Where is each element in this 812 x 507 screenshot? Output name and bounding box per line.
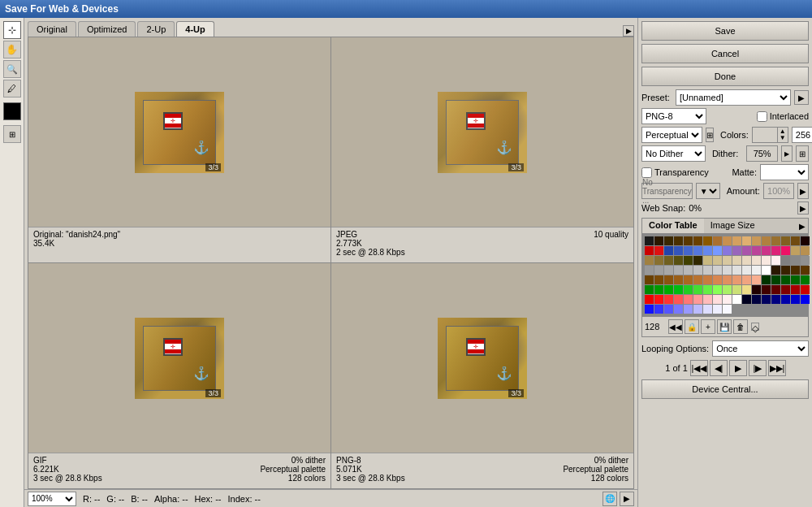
colors-spinner[interactable]: ▲ ▼ [752, 127, 788, 143]
color-swatch[interactable] [3, 102, 21, 120]
transparency-checkbox[interactable] [641, 167, 652, 178]
color-cell[interactable] [771, 266, 780, 275]
color-cell[interactable] [674, 256, 683, 265]
preset-select[interactable]: [Unnamed] [676, 89, 791, 106]
color-cell[interactable] [703, 266, 712, 275]
color-cell[interactable] [703, 295, 712, 304]
color-cell[interactable] [713, 295, 722, 304]
select-tool-button[interactable]: ⊹ [3, 21, 21, 39]
color-cell[interactable] [801, 266, 810, 275]
ct-prev-button[interactable]: ◀◀ [668, 319, 683, 334]
hand-tool-button[interactable]: ✋ [3, 41, 21, 58]
color-cell[interactable] [732, 256, 741, 265]
color-cell[interactable] [752, 275, 761, 284]
color-cell[interactable] [703, 256, 712, 265]
color-cell[interactable] [723, 246, 732, 255]
color-cell[interactable] [664, 275, 673, 284]
color-cell[interactable] [723, 275, 732, 284]
color-cell[interactable] [684, 266, 693, 275]
color-cell[interactable] [674, 285, 683, 294]
play-last-button[interactable]: ▶▶| [768, 360, 786, 376]
ct-delete-button[interactable]: 🗑 [733, 319, 748, 334]
color-cell[interactable] [791, 236, 800, 245]
quadrant-image-4[interactable]: ✛ ⚓ 3/3 [331, 263, 633, 453]
palette-select[interactable]: Perceptual Selective Adaptive [641, 127, 702, 143]
colors-down-button[interactable]: ▼ [778, 135, 788, 141]
color-cell[interactable] [674, 305, 683, 314]
color-cell[interactable] [723, 256, 732, 265]
color-cell[interactable] [801, 256, 810, 265]
color-cell[interactable] [791, 295, 800, 304]
color-cell[interactable] [645, 305, 654, 314]
color-cell[interactable] [664, 246, 673, 255]
format-select[interactable]: PNG-8 JPEG GIF PNG-24 [641, 108, 706, 124]
color-cell[interactable] [791, 266, 800, 275]
ct-lock-button[interactable]: 🔒 [685, 319, 699, 334]
color-cell[interactable] [713, 236, 722, 245]
color-cell[interactable] [654, 246, 663, 255]
ct-save-button[interactable]: 💾 [717, 319, 732, 334]
color-cell[interactable] [693, 246, 702, 255]
image-size-tab[interactable]: Image Size [704, 219, 762, 233]
color-cell[interactable] [654, 295, 663, 304]
color-cell[interactable] [654, 305, 663, 314]
color-cell[interactable] [703, 246, 712, 255]
interlaced-checkbox[interactable] [757, 111, 767, 122]
cancel-button[interactable]: Cancel [641, 44, 809, 63]
color-cell[interactable] [742, 246, 751, 255]
color-cell[interactable] [771, 275, 780, 284]
color-cell[interactable] [654, 275, 663, 284]
color-cell[interactable] [732, 246, 741, 255]
color-cell[interactable] [752, 256, 761, 265]
color-cell[interactable] [645, 275, 654, 284]
color-cell[interactable] [674, 266, 683, 275]
color-cell[interactable] [791, 246, 800, 255]
color-cell[interactable] [723, 285, 732, 294]
dither-expand-button[interactable]: ▶ [781, 145, 793, 162]
color-cell[interactable] [645, 256, 654, 265]
color-cell[interactable] [752, 285, 761, 294]
color-cell[interactable] [693, 295, 702, 304]
color-cell[interactable] [771, 295, 780, 304]
color-cell[interactable] [762, 256, 771, 265]
color-cell[interactable] [762, 295, 771, 304]
transparency-expand[interactable]: ▼ [696, 183, 720, 199]
color-cell[interactable] [801, 275, 810, 284]
color-cell[interactable] [742, 236, 751, 245]
color-cell[interactable] [713, 285, 722, 294]
color-cell[interactable] [684, 285, 693, 294]
eyedropper-tool-button[interactable]: 🖊 [3, 80, 21, 98]
colors-input[interactable] [753, 130, 777, 140]
color-cell[interactable] [693, 236, 702, 245]
color-cell[interactable] [762, 266, 771, 275]
color-cell[interactable] [713, 305, 722, 314]
palette-icon-button[interactable]: ⊞ [706, 128, 714, 142]
color-cell[interactable] [723, 295, 732, 304]
color-cell[interactable] [693, 266, 702, 275]
play-next-button[interactable]: |▶ [749, 360, 767, 376]
transparency-checkbox-label[interactable]: Transparency [641, 167, 709, 178]
websnap-expand-button[interactable]: ▶ [797, 202, 809, 214]
color-cell[interactable] [781, 295, 790, 304]
color-cell[interactable] [654, 285, 663, 294]
color-cell[interactable] [732, 295, 741, 304]
play-play-button[interactable]: ▶ [729, 360, 747, 376]
amount-expand-button[interactable]: ▶ [797, 183, 809, 199]
tab-original[interactable]: Original [28, 21, 76, 37]
color-cell[interactable] [664, 295, 673, 304]
color-cell[interactable] [703, 305, 712, 314]
color-cell[interactable] [801, 236, 810, 245]
color-cell[interactable] [645, 285, 654, 294]
ct-add-button[interactable]: + [701, 319, 715, 334]
color-cell[interactable] [654, 256, 663, 265]
color-cell[interactable] [664, 305, 673, 314]
color-cell[interactable] [664, 236, 673, 245]
quadrant-image-1[interactable]: ✛ ⚓ 3/3 [28, 37, 330, 227]
color-cell[interactable] [752, 246, 761, 255]
color-cell[interactable] [791, 285, 800, 294]
color-cell[interactable] [713, 266, 722, 275]
color-cell[interactable] [791, 256, 800, 265]
color-cell[interactable] [752, 236, 761, 245]
color-cell[interactable] [645, 246, 654, 255]
matte-select[interactable] [760, 164, 809, 180]
